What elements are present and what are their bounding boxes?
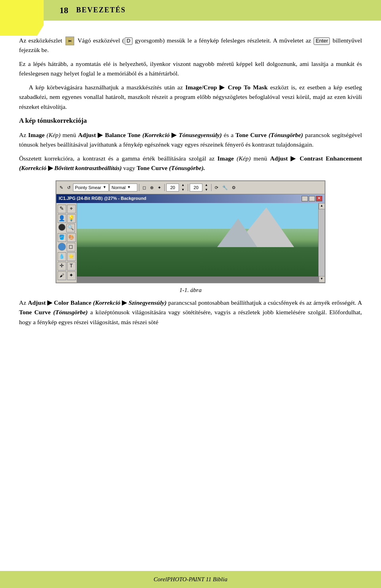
scroll-down-arrow[interactable]: ▼ <box>319 276 325 282</box>
sticky-note <box>0 0 44 36</box>
ss-arrow-up2: ▲▼ <box>203 182 210 193</box>
enter-key: Enter <box>314 37 330 45</box>
ss-toolbox: ✎ ⌖ 👤 💡 🔍 🪣 🎨 <box>56 203 77 282</box>
tool-row-5: ◻ <box>58 243 75 251</box>
maximize-button[interactable]: □ <box>309 196 315 201</box>
ss-tool-btn1: ✎ <box>58 184 65 192</box>
screenshot-body: ✎ ⌖ 👤 💡 🔍 🪣 🎨 <box>56 203 325 282</box>
ss-brush-dropdown-arrow: ▼ <box>103 185 106 190</box>
ss-brush-dropdown[interactable]: Pointy Smear ▼ <box>73 184 109 191</box>
tool-selection[interactable]: ✎ <box>58 205 66 213</box>
tool-move[interactable]: ✛ <box>58 262 66 271</box>
tool-bulb[interactable]: 💡 <box>67 214 76 223</box>
trees-shape <box>77 247 318 277</box>
ss-icon3: ✦ <box>156 184 163 192</box>
tool-row-1: ✎ ⌖ <box>58 205 76 213</box>
figure-caption: 1-1. ábra <box>179 286 202 295</box>
ss-number1[interactable]: 20 <box>166 184 179 191</box>
ss-tool-btn2: ↺ <box>65 184 72 192</box>
tool-smudge[interactable]: ✦ <box>67 271 76 280</box>
figure-container: ✎ ↺ Pointy Smear ▼ Normal ▼ ◻ ⊕ ✦ 20 <box>19 180 362 295</box>
footer-text: CorelPHOTO-PAINT 11 Biblia <box>154 576 227 582</box>
screenshot: ✎ ↺ Pointy Smear ▼ Normal ▼ ◻ ⊕ ✦ 20 <box>56 180 325 283</box>
tool-water[interactable]: 💧 <box>58 252 66 261</box>
ss-sep1 <box>139 184 139 191</box>
ss-arrow-up: ▲▼ <box>180 182 186 193</box>
ss-photo <box>77 203 318 277</box>
tool-type[interactable]: T <box>67 262 76 271</box>
adjust-para: Az Adjust ▶ Color Balance (Korrekció ▶ S… <box>19 298 362 327</box>
window-title-text: IC1.JPG (24-Bit RGB) @27% - Background <box>59 195 146 202</box>
kivagás-section: Az eszközkészlet ✂ Vágó eszközével (D gy… <box>19 36 362 112</box>
ss-icon1: ◻ <box>141 184 148 192</box>
ss-number2[interactable]: 20 <box>190 184 202 191</box>
tonuskorrekeio-section: A kép tónuskorrekciója Az Image (Kép) me… <box>19 116 362 173</box>
tool-row-4: 🪣 🎨 <box>58 233 76 242</box>
tool-brush[interactable]: 🎨 <box>67 233 76 242</box>
screenshot-toolbar: ✎ ↺ Pointy Smear ▼ Normal ▼ ◻ ⊕ ✦ 20 <box>56 181 325 195</box>
tool-eyedrop[interactable]: 🔍 <box>66 224 75 232</box>
ss-icon2: ⊕ <box>148 184 155 192</box>
tool-row-2: 👤 💡 <box>58 214 76 223</box>
scroll-up-arrow[interactable]: ▲ <box>319 203 325 209</box>
tool-star[interactable]: ⭐ <box>67 252 76 261</box>
window-controls: _ □ ✕ <box>302 196 322 201</box>
tonuskorrekeio-heading: A kép tónuskorrekciója <box>19 116 362 126</box>
d-key: D <box>125 37 132 45</box>
tool-pencil[interactable] <box>58 243 66 251</box>
tool-row-6: 💧 ⭐ <box>58 252 76 261</box>
ss-canvas <box>77 203 318 282</box>
ss-sep2 <box>164 184 165 191</box>
ss-mode-arrow: ▼ <box>127 185 131 190</box>
header-bar: 18 BEVEZETÉS <box>0 0 381 21</box>
tonuskorrekeio-para1: Az Image (Kép) menü Adjust ▶ Balance Ton… <box>19 130 362 150</box>
tool-paint[interactable]: 🖌 <box>58 271 66 280</box>
scroll-track[interactable] <box>319 209 325 276</box>
close-button[interactable]: ✕ <box>316 196 322 201</box>
screenshot-window-title: IC1.JPG (24-Bit RGB) @27% - Background _… <box>56 194 325 203</box>
ss-icon5: 🔧 <box>221 184 229 192</box>
main-content: Az eszközkészlet ✂ Vágó eszközével (D gy… <box>0 21 381 339</box>
tonuskorrekeio-para2: Összetett korrekcióra, a kontraszt és a … <box>19 154 362 173</box>
tool-row-3: 🔍 <box>58 224 75 232</box>
chapter-title: BEVEZETÉS <box>76 5 126 16</box>
kivagás-para1: Az eszközkészlet ✂ Vágó eszközével (D gy… <box>19 36 362 55</box>
kivagás-para2: Ez a lépés hátrább, a nyomtatás elé is h… <box>19 59 362 79</box>
ss-icon6: ⚙ <box>230 184 237 192</box>
tool-lasso[interactable]: ⌖ <box>67 205 76 213</box>
page-number: 18 <box>60 4 68 17</box>
ss-icon4: ⟳ <box>213 184 220 192</box>
ss-sep3 <box>188 184 188 191</box>
tool-person[interactable]: 👤 <box>58 214 66 223</box>
crop-tool-icon: ✂ <box>65 37 74 45</box>
tool-row-7: ✛ T <box>58 262 76 271</box>
kivagás-para3: A kép körbevágására használhatjuk a masz… <box>19 83 362 112</box>
tool-bucket[interactable]: 🪣 <box>58 233 66 242</box>
tool-circle[interactable] <box>58 224 65 231</box>
tool-eraser[interactable]: ◻ <box>67 243 75 251</box>
ss-mode-dropdown[interactable]: Normal ▼ <box>110 184 137 191</box>
mountain2-shape <box>216 219 258 248</box>
page-footer: CorelPHOTO-PAINT 11 Biblia <box>0 571 381 588</box>
minimize-button[interactable]: _ <box>302 196 308 201</box>
tool-row-8: 🖌 ✦ <box>58 271 76 280</box>
ss-sep4 <box>211 184 212 191</box>
ss-scrollbar: ▲ ▼ <box>318 203 325 282</box>
